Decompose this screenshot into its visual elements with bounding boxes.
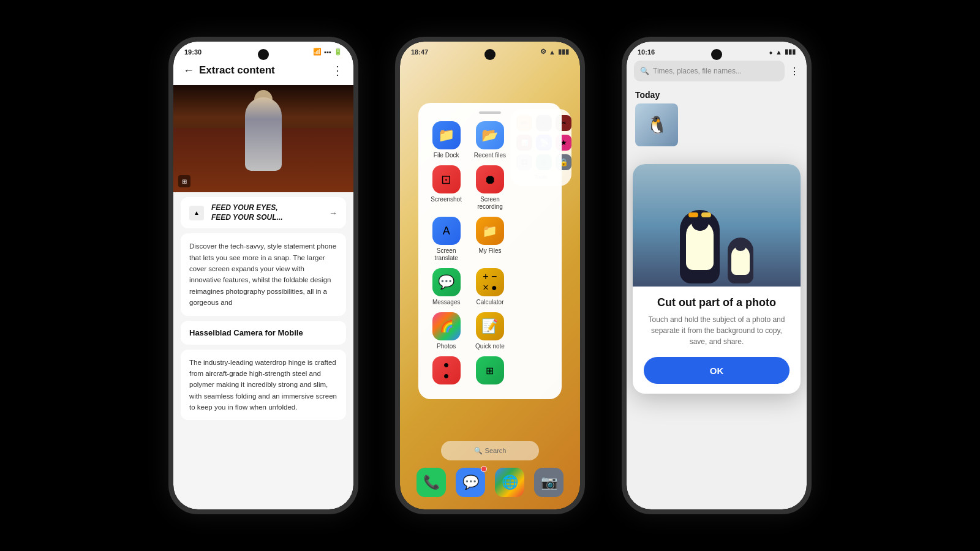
- extra2-icon: ⊞: [476, 356, 504, 384]
- front-camera2: [484, 49, 496, 60]
- today-label: Today: [627, 86, 807, 103]
- messages-icon: 💬: [432, 268, 461, 296]
- photo-search-input[interactable]: 🔍 Times, places, file names...: [634, 61, 785, 81]
- battery-icon: 🔋: [334, 48, 342, 56]
- wifi-icon3: ▲: [775, 48, 782, 56]
- screenshot-label: Screenshot: [431, 196, 462, 203]
- drawer-handle: [479, 111, 501, 114]
- drawer-item-messages[interactable]: 💬 Messages: [424, 268, 468, 306]
- search-icon3: 🔍: [640, 67, 649, 75]
- drawer-item-calculator[interactable]: + −× ● Calculator: [468, 268, 511, 306]
- signal-icon: ▪▪▪: [324, 48, 331, 56]
- extra1-icon: ●●: [432, 356, 461, 384]
- cutout-description: Touch and hold the subject of a photo an…: [644, 314, 790, 347]
- more-button3[interactable]: ⋮: [790, 66, 799, 77]
- bluetooth-icon: ⬥: [769, 48, 773, 56]
- calculator-label: Calculator: [476, 299, 503, 306]
- screen-recording-icon: ⏺: [476, 165, 504, 193]
- dock-messages-icon[interactable]: 💬: [456, 468, 485, 497]
- person-figure: [245, 97, 282, 171]
- ad-icon: ▲: [189, 206, 204, 220]
- hinge-text: The industry-leading waterdrop hinge is …: [189, 357, 337, 413]
- wifi-icon: 📶: [313, 48, 322, 56]
- photo-thumbnail[interactable]: 🐧: [635, 103, 678, 146]
- drawer-row-3: A Screen translate 📁 My Files: [424, 217, 556, 262]
- calculator-icon: + −× ●: [476, 268, 504, 296]
- drawer-item-recent-files[interactable]: 📂 Recent files: [468, 121, 511, 159]
- cutout-modal: Cut out part of a photo Touch and hold t…: [633, 164, 801, 394]
- drawer-item-extra1[interactable]: ●●: [424, 356, 468, 384]
- my-files-label: My Files: [478, 247, 501, 255]
- cutout-image: [633, 164, 801, 287]
- header-left: ← Extract content: [183, 64, 275, 77]
- screenshot-icon: ⊡: [432, 165, 461, 193]
- drawer-row-2: ⊡ Screenshot ⏺ Screen recording: [424, 165, 556, 211]
- ad-arrow-icon: →: [329, 208, 337, 218]
- quick-note-icon: 📝: [476, 312, 504, 340]
- drawer-item-screen-recording[interactable]: ⏺ Screen recording: [468, 165, 511, 211]
- cinema-scene: [173, 85, 353, 192]
- time-phone2: 18:47: [411, 48, 428, 56]
- status-icons-phone1: 📶 ▪▪▪ 🔋: [313, 48, 342, 56]
- description-card: Discover the tech-savvy, style statement…: [181, 233, 346, 315]
- recent-files-label: Recent files: [474, 152, 506, 159]
- file-dock-icon: 📁: [432, 121, 461, 149]
- search-placeholder-text: Times, places, file names...: [653, 67, 742, 75]
- dock-phone-icon[interactable]: 📞: [417, 468, 446, 497]
- messages-label: Messages: [432, 299, 461, 306]
- photos-icon: 🌈: [432, 312, 461, 340]
- penguin-scene: [674, 167, 760, 283]
- drawer-row-1: 📁 File Dock 📂 Recent files: [424, 121, 556, 159]
- battery-icon2: ▮▮▮: [558, 48, 569, 56]
- drawer-item-file-dock[interactable]: 📁 File Dock: [424, 121, 468, 159]
- penguin-baby: [728, 238, 753, 283]
- drawer-item-my-files[interactable]: 📁 My Files: [468, 217, 511, 262]
- dock-camera-icon[interactable]: 📷: [534, 468, 564, 497]
- image-extract-badge[interactable]: ⊞: [178, 175, 190, 187]
- penguin-big: [680, 210, 720, 283]
- search-icon-home: 🔍: [474, 447, 483, 455]
- ad-card: ▲ FEED YOUR EYES,FEED YOUR SOUL... →: [181, 197, 346, 228]
- hero-image: ⊞: [173, 85, 353, 192]
- time-phone1: 19:30: [184, 48, 202, 56]
- home-dock: 📞 💬 🌐 📷: [417, 468, 564, 497]
- wifi-icon2: ▲: [549, 48, 556, 56]
- dock-chrome-icon[interactable]: 🌐: [495, 468, 524, 497]
- drawer-item-screen-translate[interactable]: A Screen translate: [424, 217, 468, 262]
- screen-translate-icon: A: [432, 217, 461, 245]
- screen-translate-label: Screen translate: [424, 247, 468, 262]
- drawer-item-quick-note[interactable]: 📝 Quick note: [468, 312, 511, 350]
- search-label-home: Search: [485, 447, 507, 454]
- recent-files-icon: 📂: [476, 121, 504, 149]
- cutout-title: Cut out part of a photo: [644, 296, 790, 309]
- home-search-bar[interactable]: 🔍 Search: [441, 441, 539, 460]
- thumbnail-preview: 🐧: [635, 103, 678, 146]
- time-phone3: 10:16: [638, 48, 655, 56]
- extract-header: ← Extract content ⋮: [173, 58, 353, 85]
- hinge-card: The industry-leading waterdrop hinge is …: [181, 350, 346, 421]
- notification-dot: [481, 466, 487, 472]
- phone-extract-content: 19:30 📶 ▪▪▪ 🔋 ← Extract content ⋮ ⊞ ▲: [168, 37, 358, 514]
- status-icons-phone3: ⬥ ▲ ▮▮▮: [769, 48, 796, 56]
- drawer-row-4: 💬 Messages + −× ● Calculator: [424, 268, 556, 306]
- description-text: Discover the tech-savvy, style statement…: [189, 241, 337, 308]
- page-title: Extract content: [199, 64, 275, 77]
- phone-photos: 10:16 ⬥ ▲ ▮▮▮ 🔍 Times, places, file name…: [622, 37, 812, 514]
- drawer-item-screenshot[interactable]: ⊡ Screenshot: [424, 165, 468, 211]
- status-icons-phone2: ⚙ ▲ ▮▮▮: [540, 48, 569, 56]
- quick-note-label: Quick note: [475, 343, 505, 350]
- more-button[interactable]: ⋮: [331, 63, 344, 78]
- front-camera3: [711, 49, 722, 60]
- my-files-icon: 📁: [476, 217, 504, 245]
- app-drawer-popup: 📁 File Dock 📂 Recent files ⊡ Screenshot …: [418, 103, 562, 399]
- photos-label: Photos: [437, 343, 456, 350]
- drawer-item-extra2[interactable]: ⊞: [468, 356, 511, 384]
- file-dock-label: File Dock: [434, 152, 459, 159]
- cutout-body: Cut out part of a photo Touch and hold t…: [633, 287, 801, 394]
- ok-button[interactable]: OK: [644, 357, 790, 384]
- phone-app-drawer: 18:47 ⚙ ▲ ▮▮▮ ✏ ✒ ✂ 📊 📡 ★ ⚅ ⊞ 🔒 Tools: [395, 37, 585, 514]
- front-camera: [258, 49, 269, 60]
- settings-icon: ⚙: [540, 48, 546, 56]
- back-button[interactable]: ←: [183, 64, 194, 77]
- drawer-item-photos[interactable]: 🌈 Photos: [424, 312, 468, 350]
